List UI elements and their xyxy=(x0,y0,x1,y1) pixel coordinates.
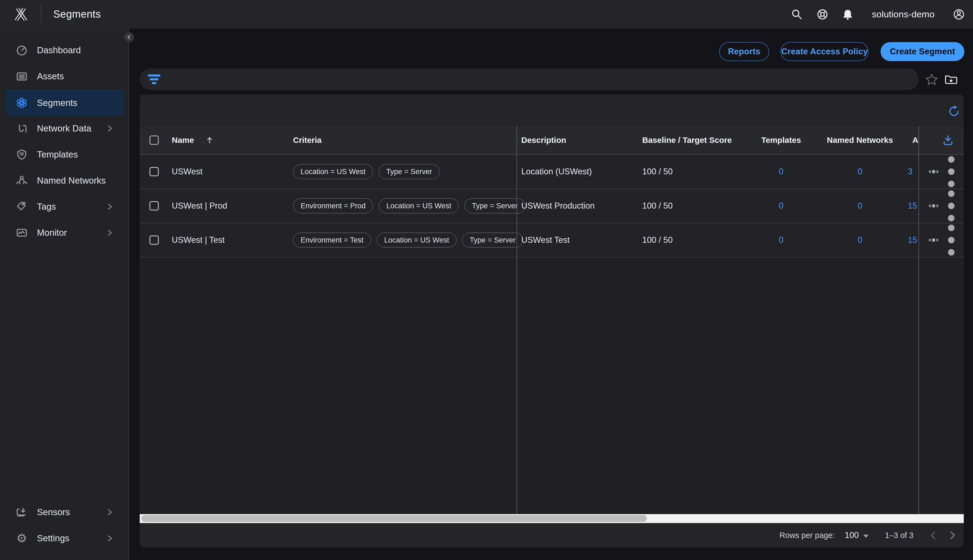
table-empty-area xyxy=(140,257,964,514)
select-all-checkbox[interactable] xyxy=(149,135,159,145)
chevron-right-icon xyxy=(106,534,114,542)
create-segment-button[interactable]: Create Segment xyxy=(881,42,964,61)
topbar-divider xyxy=(41,5,41,23)
column-header-criteria: Criteria xyxy=(293,135,321,145)
criteria-chip: Environment = Prod xyxy=(293,198,373,213)
row-checkbox[interactable] xyxy=(149,235,159,245)
search-icon[interactable] xyxy=(790,8,803,21)
chevron-right-icon xyxy=(106,203,114,211)
sidebar-item-segments[interactable]: Segments xyxy=(5,90,124,116)
chevron-right-icon xyxy=(106,508,114,516)
settings-gear-icon: ⚙ xyxy=(15,532,28,545)
segment-name: USWest xyxy=(172,167,202,177)
next-page-icon[interactable] xyxy=(947,530,958,541)
tags-icon xyxy=(15,200,28,213)
network-data-icon xyxy=(15,122,28,135)
templates-count-link[interactable]: 0 xyxy=(749,235,814,245)
sidebar-item-dashboard[interactable]: Dashboard xyxy=(0,37,129,63)
column-header-assets-truncated: Assets xyxy=(913,135,919,145)
rows-per-page-select[interactable]: 100 xyxy=(845,530,859,540)
create-access-policy-button[interactable]: Create Access Policy xyxy=(781,42,869,61)
row-menu-kebab-icon[interactable] xyxy=(945,165,958,178)
row-checkbox[interactable] xyxy=(149,167,159,176)
sidebar-item-monitor[interactable]: Monitor xyxy=(0,220,129,246)
sidebar-item-named-networks[interactable]: Named Networks xyxy=(0,168,129,193)
sidebar-item-templates[interactable]: Templates xyxy=(0,142,129,168)
pinned-right-divider xyxy=(918,126,919,514)
sidebar-item-tags[interactable]: Tags xyxy=(0,193,129,220)
table-row[interactable]: USWest | Prod Environment = Prod Locatio… xyxy=(140,189,964,223)
dashboard-icon xyxy=(15,44,28,57)
segment-description: Location (USWest) xyxy=(521,167,592,177)
app-root: Segments solutions-demo xyxy=(0,0,973,560)
row-checkbox[interactable] xyxy=(149,201,159,210)
rows-per-page-caret-icon[interactable] xyxy=(863,531,869,540)
segments-table-card: Name Criteria Description Baseline / Tar… xyxy=(140,95,964,548)
criteria-chips: Location = US West Type = Server xyxy=(293,164,440,179)
notifications-bell-icon[interactable] xyxy=(841,8,854,21)
view-eye-icon[interactable] xyxy=(927,165,940,178)
refresh-icon[interactable] xyxy=(948,105,961,118)
column-header-templates: Templates xyxy=(749,135,814,145)
account-avatar-icon[interactable] xyxy=(952,8,965,21)
reports-button[interactable]: Reports xyxy=(719,42,769,61)
sidebar-item-assets[interactable]: Assets xyxy=(0,63,129,89)
pagination-bar: Rows per page: 100 1–3 of 3 xyxy=(140,523,964,548)
chevron-right-icon xyxy=(106,124,114,133)
sidebar-item-settings[interactable]: ⚙ Settings xyxy=(0,525,129,551)
filter-input[interactable] xyxy=(140,68,919,90)
templates-count-link[interactable]: 0 xyxy=(749,167,814,177)
criteria-chips: Environment = Prod Location = US West Ty… xyxy=(293,198,525,213)
sort-ascending-icon[interactable] xyxy=(206,136,214,144)
sensors-icon xyxy=(15,506,28,519)
view-eye-icon[interactable] xyxy=(927,233,940,247)
previous-page-icon[interactable] xyxy=(928,530,939,541)
criteria-chips: Environment = Test Location = US West Ty… xyxy=(293,232,523,248)
sidebar-item-sensors[interactable]: Sensors xyxy=(0,499,129,525)
templates-count-link[interactable]: 0 xyxy=(749,201,814,211)
app-logo-icon[interactable] xyxy=(13,7,28,22)
segment-name: USWest | Test xyxy=(172,235,225,245)
assets-count-link[interactable]: 3 xyxy=(908,167,919,177)
segment-description: USWest Test xyxy=(521,235,570,245)
favorite-star-icon[interactable] xyxy=(925,73,938,87)
templates-shield-icon xyxy=(15,148,28,161)
help-icon[interactable] xyxy=(816,8,829,21)
assets-count-link[interactable]: 15 xyxy=(908,235,919,245)
criteria-chip: Location = US West xyxy=(293,164,373,179)
criteria-chip: Type = Server xyxy=(379,164,440,179)
rows-per-page-label: Rows per page: xyxy=(779,531,835,540)
chevron-right-icon xyxy=(106,229,114,237)
named-networks-icon xyxy=(15,174,28,187)
criteria-chip: Location = US West xyxy=(379,198,459,213)
column-header-named-networks: Named Networks xyxy=(816,135,903,145)
table-row[interactable]: USWest Location = US West Type = Server … xyxy=(140,155,964,189)
row-menu-kebab-icon[interactable] xyxy=(945,199,958,212)
baseline-target-score: 100 / 50 xyxy=(642,201,673,211)
account-name[interactable]: solutions-demo xyxy=(872,9,935,19)
column-header-name[interactable]: Name xyxy=(172,135,194,145)
table-row[interactable]: USWest | Test Environment = Test Locatio… xyxy=(140,223,964,257)
criteria-chip: Type = Server xyxy=(462,232,523,248)
named-networks-count-link[interactable]: 0 xyxy=(816,235,903,245)
segments-icon xyxy=(15,97,28,110)
sidebar-item-network-data[interactable]: Network Data xyxy=(0,115,129,142)
column-header-baseline-target: Baseline / Target Score xyxy=(642,135,732,145)
saved-filters-folder-icon[interactable] xyxy=(944,73,958,87)
topbar: Segments solutions-demo xyxy=(0,0,973,28)
horizontal-scrollbar-thumb[interactable] xyxy=(141,515,647,522)
horizontal-scrollbar-track[interactable] xyxy=(140,514,964,523)
named-networks-count-link[interactable]: 0 xyxy=(816,201,903,211)
filter-icon[interactable] xyxy=(148,74,160,84)
download-icon[interactable] xyxy=(941,133,955,147)
assets-list-icon xyxy=(15,70,28,83)
named-networks-count-link[interactable]: 0 xyxy=(816,167,903,177)
baseline-target-score: 100 / 50 xyxy=(642,235,673,245)
sidebar-collapse-button[interactable] xyxy=(124,32,134,42)
page-title: Segments xyxy=(53,8,101,20)
view-eye-icon[interactable] xyxy=(927,199,940,212)
pinned-left-divider xyxy=(517,126,517,514)
row-menu-kebab-icon[interactable] xyxy=(945,233,958,247)
monitor-chart-icon xyxy=(15,226,28,239)
assets-count-link[interactable]: 15 xyxy=(908,201,919,211)
